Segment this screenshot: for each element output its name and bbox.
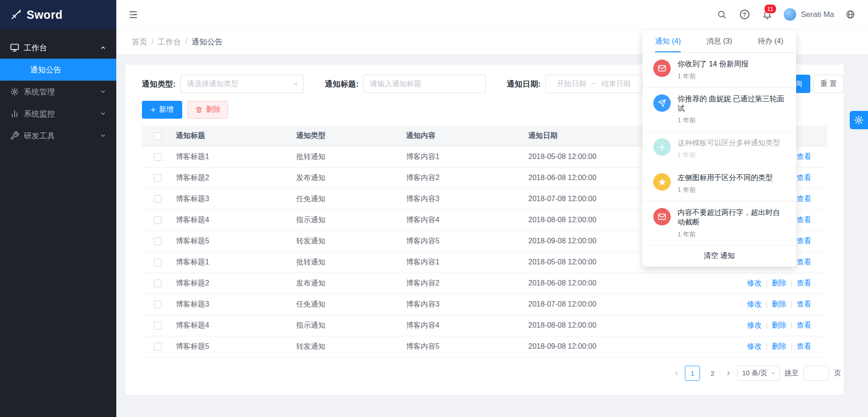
row-checkbox[interactable]: [154, 322, 162, 329]
delete-link[interactable]: 删除: [772, 321, 787, 329]
table-row: 博客标题4 指示通知 博客内容4 2018-08-08 12:00:00 修改|…: [142, 315, 827, 336]
cell-notice-type: 发布通知: [296, 273, 406, 294]
collapse-sidebar-button[interactable]: [128, 10, 138, 20]
cell-notice-title: 博客标题5: [176, 230, 296, 252]
edit-link[interactable]: 修改: [747, 342, 762, 350]
notice-title-input[interactable]: [363, 75, 485, 93]
row-checkbox[interactable]: [154, 216, 162, 224]
delete-link[interactable]: 删除: [772, 342, 787, 350]
edit-link[interactable]: 修改: [747, 321, 762, 329]
notification-item[interactable]: 内容不要超过两行字，超出时自动截断 1 年前: [642, 201, 796, 246]
sidebar-item-dev-tools[interactable]: 研发工具: [0, 125, 116, 147]
view-link[interactable]: 查看: [797, 342, 811, 350]
next-page-button[interactable]: [725, 370, 732, 377]
cell-notice-date: 2018-07-08 12:00:00: [528, 294, 724, 315]
notification-time: 1 年前: [678, 186, 773, 194]
breadcrumb-separator: /: [152, 37, 154, 46]
cell-notice-type: 任免通知: [296, 188, 406, 209]
delete-button[interactable]: 删除: [188, 101, 228, 119]
view-link[interactable]: 查看: [797, 195, 811, 203]
delete-link[interactable]: 删除: [772, 279, 787, 287]
row-checkbox[interactable]: [154, 343, 162, 351]
tab-notifications[interactable]: 通知 (4): [642, 31, 694, 52]
row-checkbox[interactable]: [154, 195, 162, 203]
row-checkbox[interactable]: [154, 174, 162, 182]
row-checkbox[interactable]: [154, 258, 162, 266]
reset-button[interactable]: 重 置: [814, 75, 844, 93]
notification-time: 1 年前: [678, 230, 786, 239]
row-checkbox[interactable]: [154, 237, 162, 245]
notification-item[interactable]: 你推荐的 曲妮妮 已通过第三轮面试 1 年前: [642, 88, 796, 132]
notification-title: 你收到了 14 份新周报: [678, 60, 749, 69]
sidebar-item-notice[interactable]: 通知公告: [0, 59, 116, 81]
breadcrumb-home[interactable]: 首页: [132, 37, 147, 47]
row-checkbox[interactable]: [154, 301, 162, 308]
mail-icon: [653, 208, 671, 225]
delete-link[interactable]: 删除: [772, 300, 787, 308]
cell-notice-content: 博客内容5: [406, 230, 528, 252]
logo[interactable]: Sword: [0, 0, 116, 29]
view-link[interactable]: 查看: [797, 321, 811, 329]
notification-item[interactable]: 这种模板可以区分多种通知类型 1 年前: [642, 132, 796, 166]
settings-fab-button[interactable]: [850, 111, 868, 129]
cell-notice-date: 2018-09-08 12:00:00: [528, 336, 724, 357]
view-link[interactable]: 查看: [797, 300, 811, 308]
cell-notice-type: 转发通知: [296, 336, 406, 357]
view-link[interactable]: 查看: [797, 216, 811, 224]
language-button[interactable]: [841, 0, 860, 29]
sidebar-item-label: 系统管理: [24, 87, 95, 97]
breadcrumb-workbench[interactable]: 工作台: [158, 37, 181, 47]
notification-title: 这种模板可以区分多种通知类型: [678, 138, 780, 148]
search-button[interactable]: [712, 0, 731, 29]
row-checkbox[interactable]: [154, 280, 162, 287]
plus-icon: +: [151, 105, 156, 114]
clear-notifications-button[interactable]: 清空 通知: [642, 246, 796, 267]
edit-link[interactable]: 修改: [747, 279, 762, 287]
notification-item[interactable]: 你收到了 14 份新周报 1 年前: [642, 53, 796, 88]
sidebar-item-label: 通知公告: [30, 65, 61, 75]
notice-type-select[interactable]: [180, 75, 304, 93]
notification-time: 1 年前: [678, 151, 780, 159]
sidebar-item-label: 系统监控: [24, 109, 95, 119]
notification-dropdown: 通知 (4) 消息 (3) 待办 (4) 你收到了 14 份新周报 1 年前 你…: [642, 31, 796, 267]
notice-type-label: 通知类型:: [142, 79, 176, 89]
user-menu[interactable]: Serati Ma: [781, 0, 837, 29]
add-button[interactable]: + 新增: [142, 101, 182, 119]
tab-messages[interactable]: 消息 (3): [694, 31, 745, 52]
edit-link[interactable]: 修改: [747, 300, 762, 308]
gear-icon: [10, 87, 19, 96]
help-button[interactable]: ?: [735, 0, 754, 29]
jump-page-input[interactable]: [803, 366, 829, 381]
sidebar: Sword 工作台 通知公告 系统管理 系统监控: [0, 0, 116, 417]
prev-page-button[interactable]: [673, 370, 680, 377]
cell-notice-title: 博客标题4: [176, 315, 296, 336]
date-range-picker[interactable]: 开始日期 ~ 结束日期: [545, 75, 642, 93]
view-link[interactable]: 查看: [797, 258, 811, 266]
sidebar-item-system-monitor[interactable]: 系统监控: [0, 103, 116, 125]
notification-time: 1 年前: [678, 72, 749, 81]
page-size-select[interactable]: 10 条/页: [737, 366, 780, 381]
page-button-2[interactable]: 2: [705, 366, 720, 381]
topbar: ? 11 Serati Ma: [116, 0, 868, 29]
notice-type-select-input[interactable]: [181, 75, 304, 93]
tab-todos[interactable]: 待办 (4): [745, 31, 796, 52]
notification-bell-button[interactable]: 11: [758, 0, 777, 29]
chevron-left-icon: [673, 370, 680, 377]
sidebar-item-workbench[interactable]: 工作台: [0, 37, 116, 59]
page-button-1[interactable]: 1: [685, 366, 700, 381]
col-header-type: 通知类型: [296, 126, 406, 146]
sidebar-menu: 工作台 通知公告 系统管理 系统监控 研发工具: [0, 29, 116, 147]
cell-notice-title: 博客标题1: [176, 252, 296, 273]
view-link[interactable]: 查看: [797, 237, 811, 245]
view-link[interactable]: 查看: [797, 153, 811, 160]
row-checkbox[interactable]: [154, 153, 162, 161]
view-link[interactable]: 查看: [797, 174, 811, 181]
cell-notice-title: 博客标题1: [176, 146, 296, 167]
select-all-checkbox[interactable]: [154, 132, 162, 140]
cell-notice-title: 博客标题2: [176, 167, 296, 188]
logo-text: Sword: [27, 8, 63, 22]
notification-item[interactable]: 左侧图标用于区分不同的类型 1 年前: [642, 166, 796, 201]
cell-notice-content: 博客内容1: [406, 252, 528, 273]
view-link[interactable]: 查看: [797, 279, 811, 287]
sidebar-item-system-management[interactable]: 系统管理: [0, 81, 116, 103]
